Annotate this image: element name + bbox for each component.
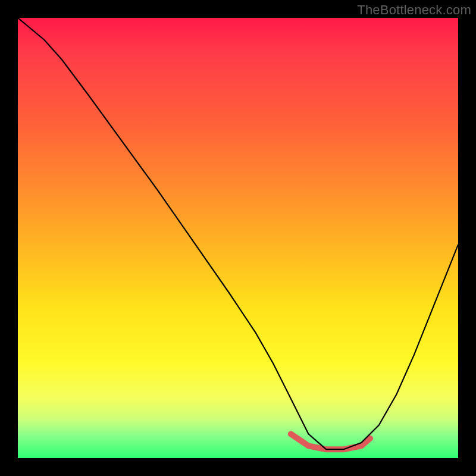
- curve-svg: [18, 18, 458, 458]
- watermark-text: TheBottleneck.com: [357, 2, 471, 18]
- chart-plot-area: [18, 18, 458, 458]
- bottleneck-curve: [18, 18, 458, 449]
- trough-highlight: [291, 434, 370, 449]
